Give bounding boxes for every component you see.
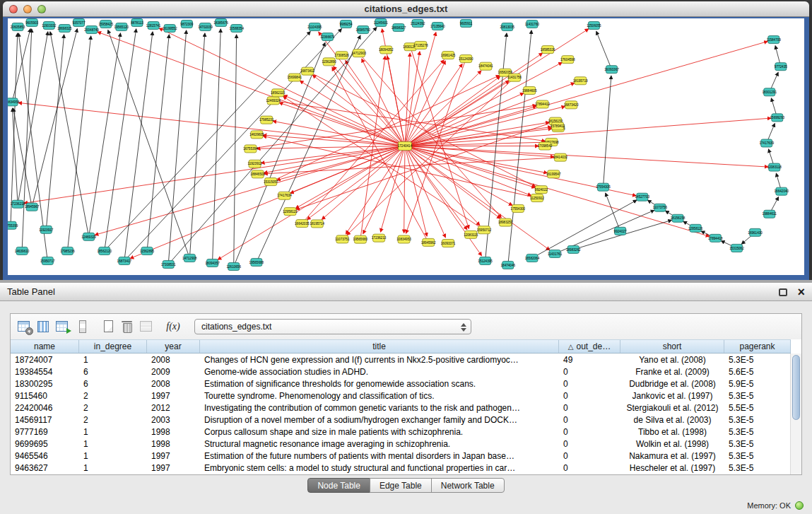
graph-node[interactable]: 11245601 [374, 19, 389, 27]
function-builder-icon[interactable]: f(x) [163, 318, 184, 335]
graph-node[interactable]: 9989254 [340, 21, 353, 28]
graph-node[interactable]: 16199552 [163, 25, 177, 33]
graph-node[interactable]: 12610656 [226, 262, 241, 270]
graph-node[interactable]: 10588354 [229, 25, 244, 33]
table-row[interactable]: 1456911722003Disruption of a novel membe… [11, 414, 791, 426]
graph-node[interactable]: 15315057 [264, 178, 278, 186]
graph-node[interactable]: 12815741 [146, 22, 161, 30]
graph-node[interactable]: 17308526 [334, 52, 349, 59]
graph-node[interactable]: 11431761 [548, 250, 563, 257]
table-row[interactable]: 977716911998Corpus callosum shape and si… [11, 426, 791, 438]
graph-node[interactable]: 19884605 [522, 86, 537, 94]
graph-node[interactable]: 18094352 [379, 46, 394, 54]
graph-node[interactable]: 16093367 [604, 66, 619, 74]
window-titlebar[interactable]: citations_edges.txt [3, 1, 809, 17]
graph-node[interactable]: 17985236 [60, 247, 75, 255]
graph-node[interactable]: 11431756 [507, 74, 522, 81]
graph-node[interactable]: 11562895 [140, 247, 155, 255]
graph-node[interactable]: 16199547 [546, 170, 561, 178]
graph-node[interactable]: 18474041 [478, 62, 493, 70]
graph-node[interactable]: 14639610 [15, 247, 30, 255]
graph-node[interactable]: 16961430 [748, 228, 763, 236]
graph-node[interactable]: 11431760 [525, 21, 540, 28]
graph-node[interactable]: 16755399 [8, 221, 18, 229]
column-header-title[interactable]: title [200, 340, 559, 353]
table-row[interactable]: 1830029562008Estimation of significance … [11, 378, 791, 390]
graph-node[interactable]: 20813035 [500, 23, 514, 31]
graph-node[interactable]: 15950712 [477, 226, 492, 234]
graph-node[interactable]: 18585326 [541, 46, 555, 54]
graph-node[interactable]: 18195719 [573, 77, 588, 85]
graph-node[interactable]: 10834953 [396, 235, 411, 243]
graph-node[interactable]: 9605903 [25, 19, 38, 27]
graph-node[interactable]: 10834958 [8, 98, 20, 106]
graph-node[interactable]: 12366671 [320, 33, 335, 41]
table-row[interactable]: 911546021997Tourette syndrome. Phenomeno… [11, 390, 791, 402]
graph-node[interactable]: 18474046 [500, 261, 515, 269]
graph-node[interactable]: 11250912 [530, 194, 545, 201]
table-select-dropdown[interactable]: citations_edges.txt [194, 319, 471, 334]
graph-node[interactable]: 11903332 [42, 22, 57, 30]
graph-node[interactable]: 16585750 [355, 26, 370, 34]
graph-node[interactable]: 17604598 [560, 56, 575, 64]
graph-node[interactable]: 18301291 [762, 88, 777, 96]
show-columns-icon[interactable] [35, 318, 52, 335]
table-row[interactable]: 946554611997Estimation of the future num… [11, 450, 791, 462]
graph-node[interactable]: 15950717 [40, 257, 55, 264]
graph-node[interactable]: 14712908 [182, 254, 197, 262]
graph-node[interactable]: 16642035 [295, 220, 310, 228]
graph-node[interactable]: 19565120 [114, 23, 129, 31]
graph-node[interactable]: 17308531 [161, 260, 176, 268]
graph-node[interactable]: 18156158 [671, 214, 686, 222]
graph-node[interactable]: 9357077 [73, 19, 86, 27]
graph-node[interactable]: 20048749 [84, 26, 99, 34]
graph-node[interactable]: 16755394 [243, 145, 258, 153]
graph-node[interactable]: 16873420 [564, 101, 579, 109]
table-row[interactable]: 946362711997Embryonic stem cells: a mode… [11, 462, 791, 474]
delete-table-icon[interactable] [119, 318, 136, 335]
scrollbar-thumb[interactable] [792, 355, 800, 420]
graph-node[interactable]: 17417634 [277, 192, 292, 199]
graph-node[interactable]: 19884611 [763, 210, 777, 218]
graph-node[interactable]: 11584709 [767, 36, 782, 44]
new-file-icon[interactable] [100, 318, 117, 335]
graph-node[interactable]: 9605911 [460, 20, 473, 28]
graph-node[interactable]: 18385676 [213, 19, 228, 27]
close-window-icon[interactable] [9, 5, 18, 13]
graph-node[interactable]: 17135278 [413, 41, 428, 49]
graph-node[interactable]: 11923917 [39, 226, 54, 233]
graph-node[interactable]: 18846501 [250, 170, 265, 178]
graph-node[interactable]: 17985231 [259, 116, 274, 124]
float-panel-icon[interactable] [779, 288, 787, 296]
graph-node[interactable]: 17236218 [11, 200, 25, 208]
graph-node[interactable]: 15958425 [98, 21, 113, 28]
graph-node[interactable]: 18698327 [392, 24, 406, 32]
tab-node-table[interactable]: Node Table [307, 478, 370, 493]
graph-node[interactable]: 18945967 [25, 203, 40, 211]
graph-node[interactable]: 12469324 [266, 97, 281, 105]
graph-node[interactable]: 14702039 [198, 23, 213, 31]
import-table-icon[interactable] [54, 318, 71, 335]
network-canvas[interactable]: 1724041418301293171352781696142515124390… [3, 17, 809, 280]
graph-node[interactable]: 15124390 [459, 55, 473, 63]
tab-edge-table[interactable]: Edge Table [370, 478, 432, 493]
graph-node[interactable]: 19565683 [353, 235, 368, 243]
graph-node[interactable]: 11562890 [322, 58, 337, 66]
graph-node[interactable]: 9872309 [180, 21, 193, 28]
graph-node[interactable]: 16961425 [441, 52, 456, 59]
graph-node[interactable]: 18414032 [553, 153, 568, 161]
graph-node[interactable]: 15315062 [729, 244, 744, 252]
column-header-name[interactable]: name [11, 340, 79, 353]
graph-node[interactable]: 12958121 [283, 208, 298, 216]
graph-node[interactable]: 11923912 [247, 160, 262, 168]
graph-node[interactable]: 17236213 [372, 234, 387, 242]
graph-node[interactable]: 18698325 [57, 25, 72, 33]
table-row[interactable]: 969969511998Structural magnetic resonanc… [11, 438, 791, 450]
vertical-scrollbar[interactable] [790, 354, 801, 474]
graph-node[interactable]: 17098542 [538, 142, 553, 150]
graph-node[interactable]: 18945962 [421, 238, 436, 246]
table-row[interactable]: 1872400712008Changes of HCN gene express… [11, 354, 791, 366]
row-tools-icon[interactable] [73, 318, 90, 335]
graph-node[interactable]: 20605853 [11, 23, 25, 31]
citation-network-graph[interactable]: 1724041418301293171352781696142515124390… [8, 18, 804, 275]
